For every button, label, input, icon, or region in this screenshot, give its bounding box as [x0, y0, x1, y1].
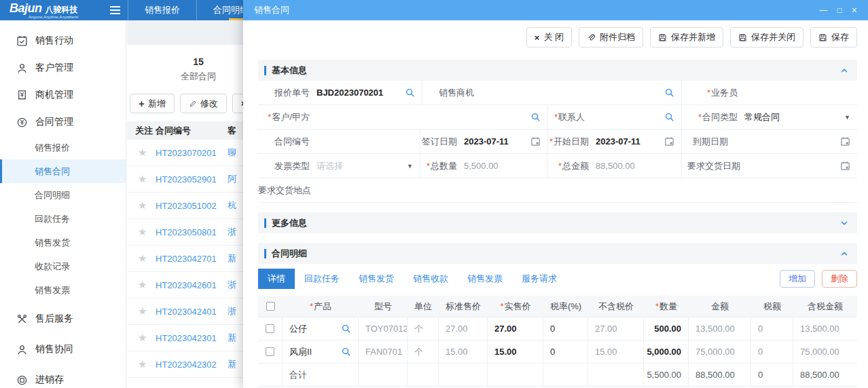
- delivery-date-field[interactable]: [747, 161, 857, 171]
- column-star: 关注: [127, 125, 156, 137]
- star-icon[interactable]: ★: [127, 226, 156, 238]
- start-date-field[interactable]: 2023-07-11: [596, 136, 681, 147]
- row-checkbox[interactable]: [266, 347, 274, 356]
- star-icon[interactable]: ★: [127, 305, 156, 317]
- contract-link[interactable]: HT2023042401: [156, 307, 228, 317]
- row-checkbox[interactable]: [266, 324, 274, 333]
- price-cell[interactable]: 15.00: [488, 341, 543, 363]
- add-contract-button[interactable]: + 新增: [130, 94, 175, 113]
- tab-service-request[interactable]: 服务请求: [512, 269, 566, 289]
- sidebar-item-contract-mgmt[interactable]: 合同管理: [0, 109, 126, 136]
- select-all-checkbox[interactable]: [266, 302, 275, 311]
- sum-total: 88,500.00: [793, 364, 857, 386]
- search-icon[interactable]: [405, 88, 415, 98]
- contract-link[interactable]: HT2023050801: [156, 227, 228, 237]
- close-icon[interactable]: ×: [852, 5, 857, 15]
- star-icon[interactable]: ★: [127, 332, 156, 344]
- sidebar-item-customer-mgmt[interactable]: 客户管理: [0, 54, 126, 81]
- qty-cell[interactable]: 5,000.00: [644, 341, 689, 363]
- section-contract-detail[interactable]: 合同明细: [258, 243, 857, 264]
- tab-sales-invoice[interactable]: 销售发票: [458, 269, 512, 289]
- calendar-icon[interactable]: [840, 161, 850, 171]
- search-icon[interactable]: [664, 112, 674, 122]
- save-and-close-button[interactable]: 保存并关闭: [730, 27, 803, 47]
- chevron-up-icon[interactable]: [839, 249, 849, 258]
- menu-toggle-button[interactable]: [102, 0, 128, 20]
- search-icon[interactable]: [341, 324, 351, 334]
- star-icon[interactable]: ★: [127, 173, 156, 185]
- price-cell[interactable]: 27.00: [488, 317, 543, 340]
- tab-detail[interactable]: 详情: [258, 269, 295, 289]
- sidebar-subitem-contract-detail[interactable]: 合同明细: [0, 183, 126, 207]
- sidebar-item-inventory[interactable]: 进销存: [0, 366, 126, 388]
- sidebar-subitem-receipt-record[interactable]: 收款记录: [0, 254, 126, 278]
- sidebar-item-sales-collab[interactable]: 销售协同: [0, 336, 126, 363]
- customer-field[interactable]: [317, 112, 547, 122]
- chevron-up-icon[interactable]: [839, 66, 849, 75]
- contract-link[interactable]: HT2023052901: [156, 174, 228, 185]
- contract-link[interactable]: HT2023070201: [156, 148, 228, 158]
- topnav-tab-sales-quote[interactable]: 销售报价: [128, 0, 196, 20]
- opportunity-field[interactable]: [481, 88, 681, 98]
- contract-link[interactable]: HT2023042301: [156, 333, 228, 343]
- star-icon[interactable]: ★: [127, 279, 156, 291]
- section-basic-info[interactable]: 基本信息: [258, 60, 857, 81]
- detail-table-header: *产品 型号 单位 标准售价 *实售价 税率(%) 不含税价 *数量 金额 税额…: [258, 296, 857, 317]
- sidebar-item-after-sales[interactable]: 售后服务: [0, 305, 126, 332]
- sales-contract-modal: 销售合同 — □ × × 关 闭 附件归档 保存并新增: [243, 0, 868, 388]
- tab-sales-receipt[interactable]: 销售收款: [403, 269, 458, 289]
- quote-no-field[interactable]: BJD2023070201: [317, 88, 422, 98]
- search-icon[interactable]: [664, 88, 674, 98]
- delete-row-button[interactable]: 删除: [822, 270, 857, 288]
- tab-sales-delivery[interactable]: 销售发货: [349, 269, 403, 289]
- sidebar-item-opportunity-mgmt[interactable]: 商机管理: [0, 81, 126, 109]
- invoice-type-select[interactable]: 请选择 ▼: [317, 160, 420, 172]
- star-icon[interactable]: ★: [127, 147, 156, 159]
- sidebar-subitem-sales-invoice[interactable]: 销售发票: [0, 278, 126, 302]
- calendar-icon[interactable]: [530, 136, 541, 147]
- sidebar-item-sales-action[interactable]: 销售行动: [0, 27, 126, 54]
- star-icon[interactable]: ★: [127, 199, 156, 212]
- detail-table: *产品 型号 单位 标准售价 *实售价 税率(%) 不含税价 *数量 金额 税额…: [258, 296, 857, 387]
- contract-type-select[interactable]: 常规合同 ▼: [744, 111, 857, 123]
- contract-link[interactable]: HT2023042701: [156, 254, 228, 264]
- chevron-down-icon[interactable]: [839, 218, 849, 228]
- minimize-icon[interactable]: —: [820, 6, 828, 14]
- calendar-icon[interactable]: [840, 136, 850, 147]
- sidebar-subitem-sales-delivery[interactable]: 销售发货: [0, 231, 126, 254]
- save-and-new-button[interactable]: 保存并新增: [650, 27, 723, 47]
- contract-link[interactable]: HT2023051002: [156, 201, 228, 211]
- sidebar-item-label: 销售协同: [35, 343, 73, 355]
- end-date-field[interactable]: [735, 136, 857, 147]
- attachment-archive-button[interactable]: 附件归档: [579, 27, 643, 47]
- close-button[interactable]: × 关 闭: [526, 27, 572, 47]
- contact-field[interactable]: [592, 112, 681, 122]
- star-icon[interactable]: ★: [127, 358, 156, 370]
- maximize-icon[interactable]: □: [837, 6, 842, 14]
- save-button[interactable]: 保存: [810, 27, 857, 47]
- sidebar-nav: 销售行动 客户管理 商机管理 合同管理 销售报价 销售合同 合同明细 回款任务 …: [0, 20, 126, 388]
- add-row-button[interactable]: 增加: [780, 270, 815, 288]
- customer-name: 聊: [228, 147, 236, 159]
- product-cell[interactable]: 风扇II: [283, 341, 359, 363]
- tab-payment-task[interactable]: 回款任务: [295, 269, 349, 289]
- sign-date-field[interactable]: 2023-07-11: [464, 136, 547, 147]
- contract-link[interactable]: HT2023042601: [156, 280, 228, 290]
- tax-rate-cell[interactable]: 0: [543, 341, 588, 363]
- sidebar-subitem-payment-task[interactable]: 回款任务: [0, 207, 126, 231]
- sidebar-subitem-sales-quote[interactable]: 销售报价: [0, 136, 126, 159]
- contract-type-label: *合同类型: [682, 111, 744, 123]
- contract-link[interactable]: HT2023042302: [156, 360, 228, 370]
- section-more-info[interactable]: 更多信息: [258, 212, 857, 233]
- sum-tax: 0: [751, 364, 793, 386]
- tax-rate-cell[interactable]: 0: [543, 317, 588, 340]
- sidebar-item-label: 进销存: [35, 374, 64, 386]
- qty-cell[interactable]: 500.00: [644, 317, 689, 340]
- edit-contract-button[interactable]: 修改: [180, 94, 227, 113]
- calendar-icon[interactable]: [664, 136, 674, 147]
- sidebar-subitem-sales-contract[interactable]: 销售合同: [0, 159, 126, 183]
- star-icon[interactable]: ★: [127, 252, 156, 265]
- product-cell[interactable]: 公仔: [283, 317, 359, 340]
- search-icon[interactable]: [530, 112, 541, 122]
- search-icon[interactable]: [341, 347, 351, 357]
